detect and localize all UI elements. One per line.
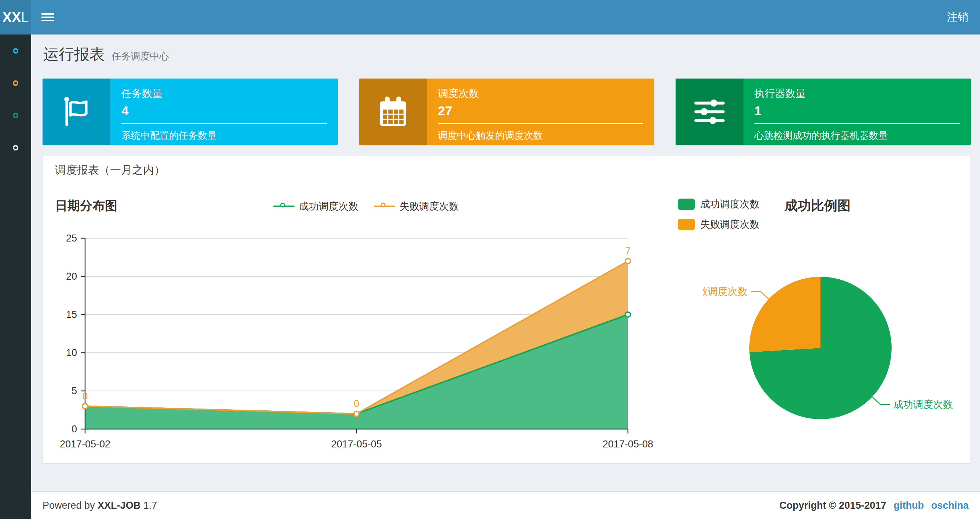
info-box-description: 系统中配置的任务数量 xyxy=(121,123,327,142)
app-logo[interactable]: XXL xyxy=(0,0,31,35)
info-box-value: 4 xyxy=(121,104,327,118)
info-box-row: 任务数量 4 系统中配置的任务数量 调度次数 xyxy=(43,78,971,145)
main-content: 运行报表 任务调度中心 任务数量 4 系统中配置的任务数量 xyxy=(31,35,980,492)
svg-text:15: 15 xyxy=(66,309,77,320)
svg-text:20: 20 xyxy=(66,271,77,282)
report-card-title: 调度报表（一月之内） xyxy=(55,163,165,178)
svg-text:5: 5 xyxy=(72,385,77,396)
info-box-executor-count: 执行器数量 1 心跳检测成功的执行器机器数量 xyxy=(676,78,971,145)
info-box-label: 调度次数 xyxy=(438,86,643,101)
svg-text:0: 0 xyxy=(353,398,359,409)
report-card-header: 调度报表（一月之内） xyxy=(43,156,970,184)
top-navbar: XXL 注销 xyxy=(0,0,980,35)
svg-text:2017-05-02: 2017-05-02 xyxy=(60,439,110,450)
github-link[interactable]: github xyxy=(894,500,924,511)
svg-text:0: 0 xyxy=(82,391,88,402)
product-name: XXL-JOB xyxy=(97,500,140,511)
sidebar-toggle-button[interactable] xyxy=(41,11,54,24)
svg-text:成功调度次数: 成功调度次数 xyxy=(893,399,953,410)
info-box-value: 1 xyxy=(754,104,960,118)
info-box-job-count: 任务数量 4 系统中配置的任务数量 xyxy=(43,78,338,145)
logout-link[interactable]: 注销 xyxy=(935,0,980,35)
footer: Powered by XXL-JOB 1.7 Copyright © 2015-… xyxy=(31,492,980,519)
hamburger-icon xyxy=(41,13,54,15)
svg-text:7: 7 xyxy=(625,246,630,257)
circle-outline-icon xyxy=(13,145,18,150)
svg-text:0: 0 xyxy=(72,423,77,434)
sidebar-item-3[interactable] xyxy=(0,99,31,131)
footer-powered-by: Powered by XXL-JOB 1.7 xyxy=(43,500,157,511)
svg-text:2017-05-08: 2017-05-08 xyxy=(603,439,653,450)
report-card: 调度报表（一月之内） 日期分布图 成功调度次数 失败调度次数 xyxy=(43,156,971,463)
page-subtitle: 任务调度中心 xyxy=(111,51,169,62)
svg-text:失败调度次数: 失败调度次数 xyxy=(703,286,748,297)
oschina-link[interactable]: oschina xyxy=(931,500,969,511)
info-box-label: 任务数量 xyxy=(121,86,327,101)
circle-outline-icon xyxy=(13,80,18,86)
info-box-description: 心跳检测成功的执行器机器数量 xyxy=(754,123,960,142)
report-card-body: 日期分布图 成功调度次数 失败调度次数 051015 xyxy=(43,184,970,463)
calendar-icon xyxy=(359,78,427,145)
sidebar-item-1[interactable] xyxy=(0,35,31,67)
logo-text-light: L xyxy=(21,10,29,26)
info-box-trigger-count: 调度次数 27 调度中心触发的调度次数 xyxy=(359,78,654,145)
sidebar xyxy=(0,35,31,519)
pie-chart[interactable]: 成功调度次数失败调度次数 xyxy=(703,184,971,463)
legend-swatch xyxy=(678,219,695,230)
svg-text:10: 10 xyxy=(66,347,77,358)
info-box-description: 调度中心触发的调度次数 xyxy=(438,123,643,142)
sliders-icon xyxy=(676,78,743,145)
circle-outline-icon xyxy=(13,113,18,118)
page-header: 运行报表 任务调度中心 xyxy=(43,44,969,65)
sidebar-item-4[interactable] xyxy=(0,131,31,164)
flag-icon xyxy=(43,78,110,145)
logo-text-bold: XX xyxy=(3,10,21,26)
page-title: 运行报表 xyxy=(43,46,105,63)
footer-copyright: Copyright © 2015-2017githuboschina xyxy=(780,500,969,511)
svg-text:25: 25 xyxy=(66,233,77,244)
circle-outline-icon xyxy=(13,48,18,54)
legend-swatch xyxy=(678,198,695,210)
info-box-label: 执行器数量 xyxy=(754,86,960,101)
info-box-value: 27 xyxy=(438,104,643,118)
sidebar-item-2[interactable] xyxy=(0,67,31,99)
svg-text:2017-05-05: 2017-05-05 xyxy=(331,439,382,450)
stacked-area-chart[interactable]: 05101520252017-05-022017-05-052017-05-08… xyxy=(43,184,703,463)
